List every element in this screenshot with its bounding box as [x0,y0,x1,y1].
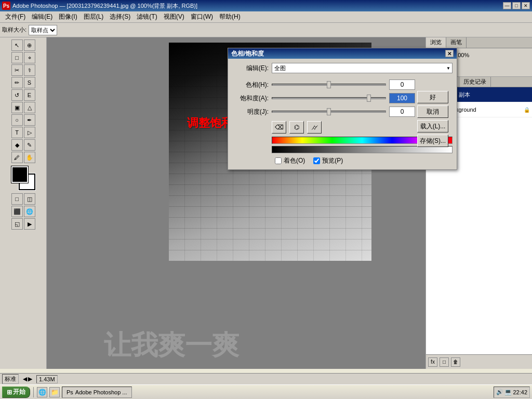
extra-row: ◱ ▶ [11,218,35,230]
hue-input[interactable]: 0 [389,79,415,90]
picker-btn-1[interactable]: ⌫ [272,121,286,134]
menu-layer[interactable]: 图层(L) [81,11,107,22]
hue-slider[interactable] [272,81,386,88]
dialog-title-text: 色相/饱和度 [231,49,445,58]
delete-layer-btn[interactable]: 🗑 [451,357,460,367]
photoshop-taskbar-item[interactable]: Ps Adobe Photoshop ... [62,387,132,398]
picker-btn-3[interactable]: ⌭ [307,121,322,134]
hsl-dialog: 色相/饱和度 ✕ 编辑(E): 全图 ▼ 色相(H): 0 [228,48,457,170]
tab-brush[interactable]: 画笔 [446,37,467,48]
tool-row-5: ↺ E [11,89,35,101]
menu-bar: 文件(F) 编辑(E) 图像(I) 图层(L) 选择(S) 滤镜(T) 视图(V… [0,11,532,23]
window-controls[interactable]: — □ ✕ [503,2,530,9]
ok-button[interactable]: 好 [417,91,448,103]
crop-tool[interactable]: ✂ [11,64,23,76]
notes-tool[interactable]: ✎ [24,139,35,151]
text-tool[interactable]: T [11,127,23,138]
eyedrop-tool[interactable]: 🖉 [11,152,23,163]
lasso-tool[interactable]: ⌖ [24,52,35,63]
stamp-tool[interactable]: S [24,77,35,88]
dodge-tool[interactable]: ○ [11,114,23,126]
mode-row: □ ◫ [11,193,35,205]
nav-arrows[interactable]: ◀ ▶ [23,376,32,382]
start-button[interactable]: ⊞ 开始 [2,387,30,398]
ie-icon[interactable]: 🌐 [37,387,47,397]
menu-window[interactable]: 窗口(W) [188,11,216,22]
marquee-tool[interactable]: □ [11,52,23,63]
menu-image[interactable]: 图像(I) [56,11,80,22]
tool-row-9: ◆ ✎ [11,139,35,151]
preview-checkbox[interactable] [313,157,320,164]
tab-history[interactable]: 历史记录 [459,77,491,87]
sat-label: 饱和度(A): [232,94,269,103]
tool-row-3: ✂ ⚕ [11,64,35,76]
shape-tool[interactable]: ◆ [11,139,23,151]
action-btn[interactable]: ▶ [24,218,35,230]
sat-slider[interactable] [272,95,386,102]
cancel-button[interactable]: 取消 [417,105,448,118]
path-tool[interactable]: ▷ [24,127,35,138]
folder-icon[interactable]: 📁 [49,387,60,397]
dialog-action-buttons: 好 取消 载入(L)... 存储(S)... [417,91,448,147]
menu-file[interactable]: 文件(F) [2,11,29,22]
start-label: 开始 [13,388,25,396]
pen-tool[interactable]: ✒ [24,114,35,126]
volume-icon: 🔊 [496,389,503,395]
tab-browse[interactable]: 浏览 [426,37,446,48]
light-thumb[interactable] [327,108,331,115]
load-button[interactable]: 载入(L)... [417,120,448,132]
preview-check-row: 预览(P) [313,156,343,165]
light-slider[interactable] [272,108,386,115]
status-bar: 标准 ◀ ▶ 1.43M [0,373,532,384]
sample-size-select[interactable]: 取样点 [29,25,57,35]
windows-logo-icon: ⊞ [7,389,12,396]
window-title: Adobe Photoshop — [2003123796239441.jpg … [12,2,503,10]
nav-btn[interactable]: ◱ [11,218,23,230]
fullscreen-btn[interactable]: ⬛ [11,206,23,217]
menu-filter[interactable]: 滤镜(T) [134,11,160,22]
zoom-tool[interactable]: ⊕ [24,39,35,51]
dialog-title-bar: 色相/饱和度 ✕ [228,48,457,59]
tool-row-4: ✏ S [11,77,35,88]
history-tool[interactable]: ↺ [11,89,23,101]
dialog-close-btn[interactable]: ✕ [445,50,454,57]
blur-tool[interactable]: △ [24,102,35,113]
hand-tool[interactable]: ✋ [24,152,35,163]
edit-dropdown[interactable]: 全图 ▼ [272,63,453,73]
light-label: 明度(J): [232,108,269,116]
new-layer-btn[interactable]: □ [440,357,449,367]
prev-icon[interactable]: ◀ [23,376,27,382]
picker-btn-2[interactable]: ⌬ [289,121,304,134]
menu-select[interactable]: 选择(S) [107,11,134,22]
heal-tool[interactable]: ⚕ [24,64,35,76]
eraser-tool[interactable]: E [24,89,35,101]
minimize-btn[interactable]: — [503,2,511,9]
maximize-btn[interactable]: □ [512,2,521,9]
dialog-edit-row: 编辑(E): 全图 ▼ [232,63,453,73]
brush-tool[interactable]: ✏ [11,77,23,88]
app-label: Adobe Photoshop ... [75,389,127,395]
light-input[interactable]: 0 [389,107,415,117]
menu-view[interactable]: 视图(V) [161,11,188,22]
close-btn[interactable]: ✕ [522,2,530,9]
menu-help[interactable]: 帮助(H) [216,11,244,22]
colorize-checkbox[interactable] [275,157,282,164]
tool-row-10: 🖉 ✋ [11,152,35,163]
tool-row-7: ○ ✒ [11,114,35,126]
sat-input[interactable] [389,93,415,103]
gradient-tool[interactable]: ▣ [11,102,23,113]
color-selector[interactable] [11,166,35,190]
menu-edit[interactable]: 编辑(E) [29,11,56,22]
add-style-btn[interactable]: fx [428,357,437,367]
standard-mode[interactable]: □ [11,193,23,205]
save-button[interactable]: 存储(S)... [417,135,448,147]
memory-status: 1.43M [36,375,58,383]
hue-thumb[interactable] [327,81,331,88]
taskbar-right: 🔊 💻 22:42 [494,387,530,398]
sat-thumb[interactable] [367,95,371,102]
next-icon[interactable]: ▶ [28,376,32,382]
fg-color-box[interactable] [11,166,28,183]
imgready-btn[interactable]: 🌐 [24,206,35,217]
move-tool[interactable]: ↖ [11,39,23,51]
quick-mask-mode[interactable]: ◫ [24,193,35,205]
